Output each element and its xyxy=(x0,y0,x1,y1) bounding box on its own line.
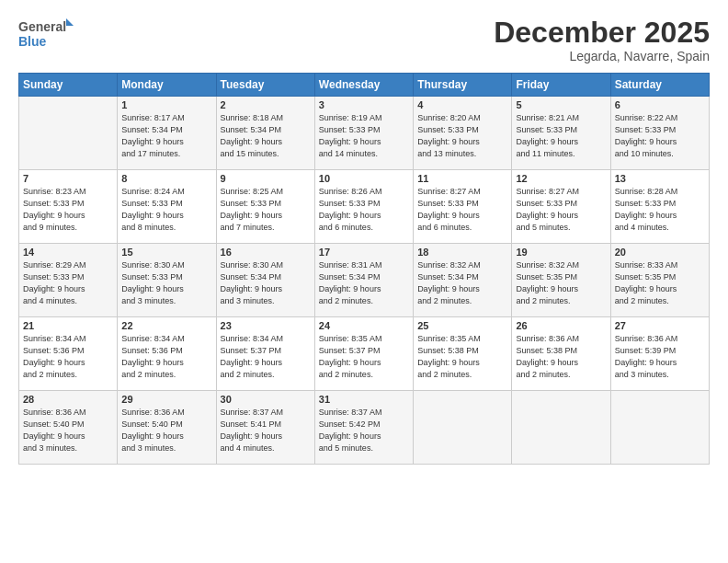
day-cell: 28Sunrise: 8:36 AM Sunset: 5:40 PM Dayli… xyxy=(19,391,118,465)
title-block: December 2025 Legarda, Navarre, Spain xyxy=(494,17,710,63)
day-info: Sunrise: 8:26 AM Sunset: 5:33 PM Dayligh… xyxy=(319,186,409,234)
day-cell xyxy=(19,97,118,170)
day-info: Sunrise: 8:32 AM Sunset: 5:34 PM Dayligh… xyxy=(417,259,507,307)
day-info: Sunrise: 8:24 AM Sunset: 5:33 PM Dayligh… xyxy=(121,186,211,234)
header-row: SundayMondayTuesdayWednesdayThursdayFrid… xyxy=(19,74,710,97)
day-number: 16 xyxy=(221,247,311,258)
week-row-4: 21Sunrise: 8:34 AM Sunset: 5:36 PM Dayli… xyxy=(19,317,710,391)
day-number: 22 xyxy=(121,320,211,331)
col-header-friday: Friday xyxy=(512,74,610,97)
day-info: Sunrise: 8:18 AM Sunset: 5:34 PM Dayligh… xyxy=(221,112,311,160)
day-number: 29 xyxy=(121,394,211,405)
day-number: 24 xyxy=(319,320,409,331)
day-cell: 26Sunrise: 8:36 AM Sunset: 5:38 PM Dayli… xyxy=(512,317,610,391)
day-info: Sunrise: 8:17 AM Sunset: 5:34 PM Dayligh… xyxy=(121,112,211,160)
day-number: 1 xyxy=(121,99,211,110)
day-cell: 12Sunrise: 8:27 AM Sunset: 5:33 PM Dayli… xyxy=(512,170,610,244)
day-cell: 30Sunrise: 8:37 AM Sunset: 5:41 PM Dayli… xyxy=(216,391,314,465)
calendar-table: SundayMondayTuesdayWednesdayThursdayFrid… xyxy=(18,73,710,465)
day-number: 13 xyxy=(615,173,705,184)
day-info: Sunrise: 8:34 AM Sunset: 5:37 PM Dayligh… xyxy=(221,333,311,381)
day-cell xyxy=(610,391,709,465)
day-info: Sunrise: 8:19 AM Sunset: 5:33 PM Dayligh… xyxy=(319,112,409,160)
day-cell: 17Sunrise: 8:31 AM Sunset: 5:34 PM Dayli… xyxy=(314,244,413,317)
day-info: Sunrise: 8:36 AM Sunset: 5:40 PM Dayligh… xyxy=(23,407,113,454)
svg-text:General: General xyxy=(18,19,66,34)
day-info: Sunrise: 8:28 AM Sunset: 5:33 PM Dayligh… xyxy=(615,186,705,234)
col-header-tuesday: Tuesday xyxy=(216,74,314,97)
day-number: 10 xyxy=(319,173,409,184)
day-info: Sunrise: 8:21 AM Sunset: 5:33 PM Dayligh… xyxy=(516,112,606,160)
day-number: 21 xyxy=(23,320,113,331)
month-title: December 2025 xyxy=(494,17,710,49)
day-number: 25 xyxy=(417,320,507,331)
day-cell: 3Sunrise: 8:19 AM Sunset: 5:33 PM Daylig… xyxy=(314,97,413,170)
col-header-monday: Monday xyxy=(118,74,216,97)
header: General Blue December 2025 Legarda, Nava… xyxy=(18,17,710,63)
logo: General Blue xyxy=(18,17,74,52)
week-row-1: 1Sunrise: 8:17 AM Sunset: 5:34 PM Daylig… xyxy=(19,97,710,170)
day-info: Sunrise: 8:22 AM Sunset: 5:33 PM Dayligh… xyxy=(615,112,705,160)
col-header-thursday: Thursday xyxy=(414,74,512,97)
day-info: Sunrise: 8:34 AM Sunset: 5:36 PM Dayligh… xyxy=(121,333,211,381)
day-info: Sunrise: 8:36 AM Sunset: 5:38 PM Dayligh… xyxy=(516,333,606,381)
day-cell: 6Sunrise: 8:22 AM Sunset: 5:33 PM Daylig… xyxy=(610,97,709,170)
day-info: Sunrise: 8:30 AM Sunset: 5:34 PM Dayligh… xyxy=(221,259,311,307)
day-info: Sunrise: 8:27 AM Sunset: 5:33 PM Dayligh… xyxy=(417,186,507,234)
col-header-sunday: Sunday xyxy=(19,74,118,97)
day-info: Sunrise: 8:35 AM Sunset: 5:38 PM Dayligh… xyxy=(417,333,507,381)
week-row-3: 14Sunrise: 8:29 AM Sunset: 5:33 PM Dayli… xyxy=(19,244,710,317)
page: General Blue December 2025 Legarda, Nava… xyxy=(0,0,728,563)
day-info: Sunrise: 8:34 AM Sunset: 5:36 PM Dayligh… xyxy=(23,333,113,381)
day-info: Sunrise: 8:31 AM Sunset: 5:34 PM Dayligh… xyxy=(319,259,409,307)
day-number: 2 xyxy=(221,99,311,110)
day-info: Sunrise: 8:20 AM Sunset: 5:33 PM Dayligh… xyxy=(417,112,507,160)
day-cell: 10Sunrise: 8:26 AM Sunset: 5:33 PM Dayli… xyxy=(314,170,413,244)
day-cell: 15Sunrise: 8:30 AM Sunset: 5:33 PM Dayli… xyxy=(118,244,216,317)
day-cell: 2Sunrise: 8:18 AM Sunset: 5:34 PM Daylig… xyxy=(216,97,314,170)
day-number: 6 xyxy=(615,99,705,110)
day-number: 27 xyxy=(615,320,705,331)
day-info: Sunrise: 8:37 AM Sunset: 5:41 PM Dayligh… xyxy=(221,407,311,454)
day-info: Sunrise: 8:30 AM Sunset: 5:33 PM Dayligh… xyxy=(121,259,211,307)
day-number: 5 xyxy=(516,99,606,110)
day-cell: 18Sunrise: 8:32 AM Sunset: 5:34 PM Dayli… xyxy=(414,244,512,317)
day-number: 28 xyxy=(23,394,113,405)
day-cell: 9Sunrise: 8:25 AM Sunset: 5:33 PM Daylig… xyxy=(216,170,314,244)
day-cell: 7Sunrise: 8:23 AM Sunset: 5:33 PM Daylig… xyxy=(19,170,118,244)
week-row-2: 7Sunrise: 8:23 AM Sunset: 5:33 PM Daylig… xyxy=(19,170,710,244)
day-cell xyxy=(512,391,610,465)
day-cell: 27Sunrise: 8:36 AM Sunset: 5:39 PM Dayli… xyxy=(610,317,709,391)
day-number: 4 xyxy=(417,99,507,110)
svg-marker-2 xyxy=(66,18,74,26)
day-info: Sunrise: 8:36 AM Sunset: 5:39 PM Dayligh… xyxy=(615,333,705,381)
day-info: Sunrise: 8:25 AM Sunset: 5:33 PM Dayligh… xyxy=(221,186,311,234)
day-cell: 13Sunrise: 8:28 AM Sunset: 5:33 PM Dayli… xyxy=(610,170,709,244)
day-number: 18 xyxy=(417,247,507,258)
day-info: Sunrise: 8:36 AM Sunset: 5:40 PM Dayligh… xyxy=(121,407,211,454)
day-info: Sunrise: 8:32 AM Sunset: 5:35 PM Dayligh… xyxy=(516,259,606,307)
day-info: Sunrise: 8:33 AM Sunset: 5:35 PM Dayligh… xyxy=(615,259,705,307)
day-info: Sunrise: 8:37 AM Sunset: 5:42 PM Dayligh… xyxy=(319,407,409,454)
day-number: 8 xyxy=(121,173,211,184)
col-header-wednesday: Wednesday xyxy=(314,74,413,97)
day-number: 17 xyxy=(319,247,409,258)
day-cell: 20Sunrise: 8:33 AM Sunset: 5:35 PM Dayli… xyxy=(610,244,709,317)
day-cell: 31Sunrise: 8:37 AM Sunset: 5:42 PM Dayli… xyxy=(314,391,413,465)
day-number: 26 xyxy=(516,320,606,331)
svg-text:Blue: Blue xyxy=(18,34,47,49)
day-number: 14 xyxy=(23,247,113,258)
day-number: 31 xyxy=(319,394,409,405)
day-number: 11 xyxy=(417,173,507,184)
day-number: 15 xyxy=(121,247,211,258)
day-info: Sunrise: 8:35 AM Sunset: 5:37 PM Dayligh… xyxy=(319,333,409,381)
day-number: 30 xyxy=(221,394,311,405)
day-number: 20 xyxy=(615,247,705,258)
day-cell: 24Sunrise: 8:35 AM Sunset: 5:37 PM Dayli… xyxy=(314,317,413,391)
day-number: 23 xyxy=(221,320,311,331)
week-row-5: 28Sunrise: 8:36 AM Sunset: 5:40 PM Dayli… xyxy=(19,391,710,465)
subtitle: Legarda, Navarre, Spain xyxy=(494,49,710,63)
day-cell: 11Sunrise: 8:27 AM Sunset: 5:33 PM Dayli… xyxy=(414,170,512,244)
day-cell: 22Sunrise: 8:34 AM Sunset: 5:36 PM Dayli… xyxy=(118,317,216,391)
day-cell: 19Sunrise: 8:32 AM Sunset: 5:35 PM Dayli… xyxy=(512,244,610,317)
